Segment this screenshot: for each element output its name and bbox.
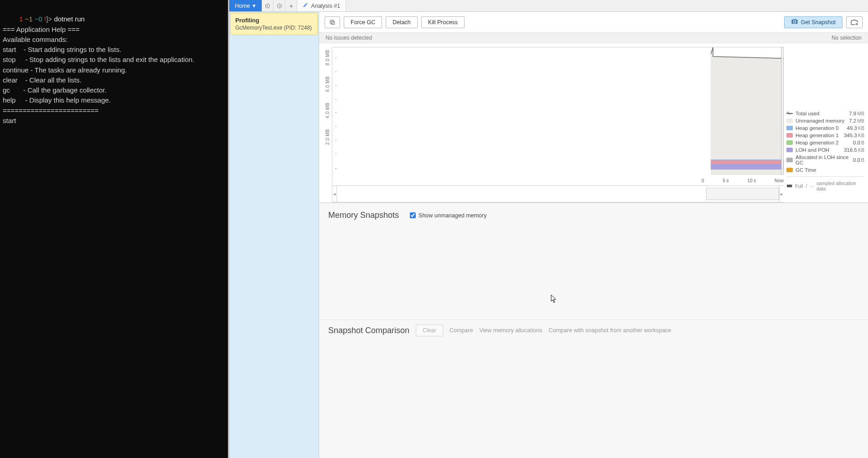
svg-rect-9 <box>787 185 792 187</box>
profiler-pane: Home ▾ + Analysis #1 Profiling GcMe <box>229 0 868 458</box>
camera-icon <box>791 18 798 26</box>
snapshot-settings-button[interactable] <box>846 16 863 28</box>
force-gc-button[interactable]: Force GC <box>344 16 382 28</box>
memory-snapshots-title: Memory Snapshots <box>328 211 399 220</box>
swatch-icon <box>786 133 793 138</box>
terminal-line: gc - Call the garbage collector. <box>3 86 107 94</box>
svg-point-1 <box>277 4 281 8</box>
svg-rect-8 <box>781 47 783 175</box>
nav-back-button[interactable] <box>262 0 274 11</box>
show-unmanaged-checkbox[interactable]: Show unmanaged memory <box>410 212 486 219</box>
swatch-icon <box>786 148 793 152</box>
issues-text: No issues detected <box>326 35 372 41</box>
timeline-collapse-left[interactable]: ◂ <box>332 186 337 202</box>
terminal-line: help - Display this help message. <box>3 96 111 104</box>
legend-gen2[interactable]: Heap generation 2 0.0B <box>786 140 864 145</box>
terminal-line: start - Start adding strings to the list… <box>3 46 121 53</box>
tab-bar: Home ▾ + Analysis #1 <box>229 0 868 12</box>
swatch-icon <box>786 118 793 123</box>
pencil-icon <box>303 2 308 9</box>
selection-text: No selection <box>832 35 862 41</box>
chart-x-axis: 0 5 s 10 s Now <box>702 178 784 185</box>
y-tick: 2.0 MB <box>325 129 330 145</box>
chart-legend: Total used 7.9MB Unmanaged memory 7.2MB … <box>784 47 868 202</box>
compare-link[interactable]: Compare <box>450 327 473 334</box>
legend-total-used[interactable]: Total used 7.9MB <box>786 111 864 116</box>
stack-icon <box>329 19 336 26</box>
get-snapshot-button[interactable]: Get Snapshot <box>784 16 842 28</box>
terminal-line: stop - Stop adding strings to the lists … <box>3 56 194 63</box>
terminal-line: clear - Clear all the lists. <box>3 76 82 84</box>
y-tick: 8.0 MB <box>325 50 330 66</box>
legend-gen0[interactable]: Heap generation 0 49.3KB <box>786 125 864 131</box>
timeline-overview[interactable] <box>706 188 779 200</box>
y-tick: 4.0 MB <box>325 103 330 118</box>
show-unmanaged-input[interactable] <box>410 212 416 218</box>
svg-rect-7 <box>711 160 784 160</box>
terminal-line: continue - The tasks are already running… <box>3 66 127 74</box>
timeline-expand-right[interactable]: ▸ <box>779 186 784 202</box>
timeline-strip[interactable]: ◂ ▸ <box>332 185 784 202</box>
swatch-icon <box>786 168 793 172</box>
swatch-icon <box>786 126 793 130</box>
snapshots-area <box>319 224 868 319</box>
compare-with-workspace-link[interactable]: Compare with snapshot from another works… <box>548 327 671 334</box>
svg-rect-6 <box>711 160 784 164</box>
add-tab-button[interactable]: + <box>285 0 297 11</box>
x-tick: 10 s <box>747 178 756 185</box>
y-tick: 6.0 MB <box>325 76 330 92</box>
snapshot-comparison-title: Snapshot Comparison <box>328 326 409 335</box>
x-tick: Now <box>775 178 784 185</box>
swatch-icon <box>786 140 793 145</box>
terminal-line: ======================== <box>3 107 98 114</box>
svg-point-4 <box>856 23 858 25</box>
camera-gear-icon <box>850 19 858 26</box>
svg-rect-3 <box>331 21 335 25</box>
memory-chart: 8.0 MB 6.0 MB 4.0 MB 2.0 MB - - - - - <box>319 43 868 203</box>
chart-series <box>711 47 784 175</box>
swatch-icon <box>786 158 793 162</box>
tab-analysis[interactable]: Analysis #1 <box>297 0 346 11</box>
line-icon <box>786 113 793 114</box>
x-tick: 0 <box>702 178 704 185</box>
chart-plot-area[interactable]: - - - - - - - - - <box>332 47 784 202</box>
tab-home-label: Home <box>235 3 250 9</box>
full-bar-icon <box>786 184 792 188</box>
session-sidebar: Profiling GcMemoryTest.exe (PID: 7248) <box>229 12 319 458</box>
terminal-prompt: 1 ~1 ~0 !]> dotnet run <box>19 15 85 23</box>
profiling-card-process: GcMemoryTest.exe (PID: 7248) <box>235 25 313 31</box>
detach-button[interactable]: Detach <box>386 16 418 28</box>
collect-allocations-button[interactable] <box>325 16 340 28</box>
svg-point-0 <box>265 4 269 8</box>
legend-gen1[interactable]: Heap generation 1 345.3KB <box>786 133 864 138</box>
legend-loh[interactable]: LOH and POH 316.5KB <box>786 147 864 153</box>
tab-home[interactable]: Home ▾ <box>229 0 262 11</box>
issues-strip: No issues detected No selection <box>319 32 868 43</box>
profiling-card-title: Profiling <box>235 17 313 24</box>
chart-y-axis: 8.0 MB 6.0 MB 4.0 MB 2.0 MB <box>319 47 332 202</box>
terminal-line: Available commands: <box>3 36 67 43</box>
legend-unmanaged[interactable]: Unmanaged memory 7.2MB <box>786 118 864 124</box>
x-tick: 5 s <box>723 178 728 185</box>
terminal-line: === Application Help === <box>3 26 79 33</box>
chevron-down-icon: ▾ <box>253 2 256 9</box>
svg-rect-2 <box>330 20 333 23</box>
clear-comparison-button[interactable]: Clear <box>416 324 443 336</box>
legend-alloc-loh[interactable]: Allocated in LOH since GC 0.0B <box>786 154 864 165</box>
legend-gc-time[interactable]: GC Time <box>786 167 864 173</box>
nav-forward-button[interactable] <box>274 0 285 11</box>
dots-icon: ··· <box>810 183 814 189</box>
kill-process-button[interactable]: Kill Process <box>421 16 465 28</box>
toolbar: Force GC Detach Kill Process Get Snapsho… <box>319 12 868 32</box>
terminal-command: dotnet run <box>54 15 85 23</box>
terminal-line: start <box>3 117 16 124</box>
profiling-card[interactable]: Profiling GcMemoryTest.exe (PID: 7248) <box>230 13 318 35</box>
legend-sampling: Full / ··· sampled allocation data <box>786 180 864 191</box>
svg-rect-5 <box>711 164 784 170</box>
view-memory-allocations-link[interactable]: View memory allocations <box>479 327 542 334</box>
terminal-pane[interactable]: 1 ~1 ~0 !]> dotnet run === Application H… <box>0 0 228 458</box>
tab-analysis-label: Analysis #1 <box>311 3 340 9</box>
